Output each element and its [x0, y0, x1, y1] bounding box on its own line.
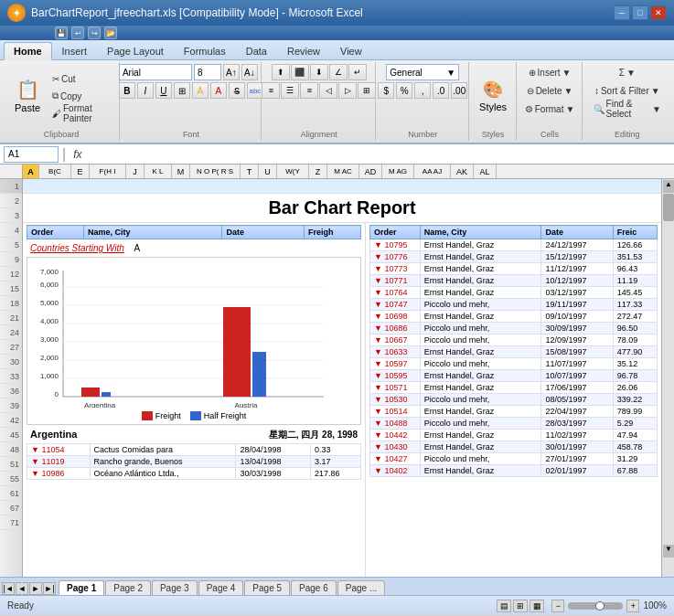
- col-header-aa[interactable]: AA AJ: [414, 165, 451, 178]
- font-name-input[interactable]: [119, 64, 192, 80]
- tab-view[interactable]: View: [330, 42, 372, 59]
- font-size-increase-button[interactable]: A↑: [223, 64, 240, 80]
- zoom-slider[interactable]: [568, 602, 623, 610]
- merge-button[interactable]: ⊞: [358, 82, 376, 99]
- tab-insert[interactable]: Insert: [52, 42, 98, 59]
- align-left-button[interactable]: ≡: [262, 82, 280, 99]
- col-header-e[interactable]: E: [71, 165, 90, 178]
- col-header-ag[interactable]: M AG: [382, 165, 414, 178]
- increase-indent-button[interactable]: ▷: [338, 82, 357, 99]
- delete-cells-button[interactable]: ⊖ Delete ▼: [523, 82, 577, 99]
- sheet-tab-page1[interactable]: Page 1: [59, 580, 104, 595]
- col-header-ad[interactable]: AD: [359, 165, 382, 178]
- col-header-m[interactable]: M: [172, 165, 190, 178]
- zoom-in-button[interactable]: +: [626, 600, 639, 612]
- format-cells-button[interactable]: ⚙ Format ▼: [521, 101, 579, 117]
- tab-review[interactable]: Review: [277, 42, 330, 59]
- cell-reference-box[interactable]: [4, 146, 59, 163]
- col-header-w[interactable]: W(Y: [277, 165, 309, 178]
- font-size-decrease-button[interactable]: A↓: [241, 64, 258, 80]
- percent-button[interactable]: %: [396, 82, 412, 99]
- zoom-out-button[interactable]: −: [551, 600, 564, 612]
- tab-home[interactable]: Home: [4, 42, 52, 60]
- scroll-up-button[interactable]: ▲: [663, 180, 674, 193]
- sheet-tab-page3[interactable]: Page 3: [152, 580, 198, 595]
- copy-button[interactable]: ⧉Copy: [48, 88, 113, 104]
- redo-quick-button[interactable]: ↪: [88, 27, 101, 39]
- col-header-t[interactable]: T: [241, 165, 259, 178]
- restore-button[interactable]: □: [632, 5, 648, 20]
- wrap-text-button[interactable]: ↵: [348, 64, 367, 80]
- fill-color-button[interactable]: A: [192, 82, 209, 99]
- tab-data[interactable]: Data: [236, 42, 277, 59]
- italic-button[interactable]: I: [137, 82, 154, 99]
- sheet-tab-page-more[interactable]: Page ...: [337, 580, 385, 595]
- sheet-nav-last[interactable]: ►|: [43, 582, 56, 595]
- col-header-ac[interactable]: M AC: [327, 165, 359, 178]
- col-header-k[interactable]: K L: [144, 165, 172, 178]
- abc-button[interactable]: abc: [247, 82, 263, 99]
- currency-button[interactable]: $: [378, 82, 394, 99]
- paste-button[interactable]: 📋 Paste: [9, 67, 46, 126]
- sheet-tab-page5[interactable]: Page 5: [244, 580, 290, 595]
- format-painter-button[interactable]: 🖌Format Painter: [48, 105, 113, 122]
- normal-view-button[interactable]: ▤: [497, 600, 511, 612]
- styles-button[interactable]: 🎨 Styles: [474, 67, 512, 126]
- formula-bar: | fx: [0, 144, 674, 165]
- sheet-nav-first[interactable]: |◄: [2, 582, 15, 595]
- sort-filter-button[interactable]: ↕ Sort & Filter ▼: [591, 82, 664, 99]
- save-quick-button[interactable]: 💾: [55, 27, 68, 39]
- sheet-nav-prev[interactable]: ◄: [16, 582, 28, 595]
- minimize-button[interactable]: ─: [614, 5, 630, 20]
- underline-button[interactable]: U: [155, 82, 172, 99]
- sheet-tab-page2[interactable]: Page 2: [105, 580, 151, 595]
- scroll-down-button[interactable]: ▼: [663, 545, 674, 558]
- col-header-z[interactable]: Z: [309, 165, 327, 178]
- sheet-tab-page4[interactable]: Page 4: [198, 580, 244, 595]
- col-header-ak[interactable]: AK: [451, 165, 474, 178]
- find-select-button[interactable]: 🔍 Find & Select ▼: [590, 101, 665, 117]
- col-header-a[interactable]: A: [23, 165, 39, 178]
- border-button[interactable]: ⊞: [174, 82, 190, 99]
- align-right-button[interactable]: ≡: [300, 82, 318, 99]
- col-header-f[interactable]: F(H I: [90, 165, 126, 178]
- increase-decimal-button[interactable]: .00: [451, 82, 467, 99]
- cut-button[interactable]: ✂Cut: [48, 70, 113, 87]
- text-angle-button[interactable]: ∠: [329, 64, 348, 80]
- col-header-n[interactable]: N O P( R S: [190, 165, 241, 178]
- decrease-decimal-button[interactable]: .0: [433, 82, 449, 99]
- open-quick-button[interactable]: 📂: [104, 27, 117, 39]
- zoom-thumb[interactable]: [595, 601, 604, 611]
- font-size-input[interactable]: [194, 64, 221, 80]
- tab-formulas[interactable]: Formulas: [174, 42, 236, 59]
- align-top-button[interactable]: ⬆: [272, 64, 290, 80]
- number-format-dropdown[interactable]: General ▼: [386, 64, 459, 80]
- col-header-b[interactable]: B(C: [39, 165, 71, 178]
- insert-cells-button[interactable]: ⊕ Insert ▼: [525, 64, 575, 80]
- align-center-button[interactable]: ☰: [281, 82, 299, 99]
- undo-quick-button[interactable]: ↩: [71, 27, 84, 39]
- col-header-al[interactable]: AL: [474, 165, 497, 178]
- scroll-thumb[interactable]: [663, 194, 674, 221]
- table-row: ▼ 10667Piccolo und mehr,12/09/199778.09: [370, 335, 658, 346]
- page-layout-view-button[interactable]: ⊞: [513, 600, 528, 612]
- page-break-view-button[interactable]: ▦: [530, 600, 544, 612]
- title-bar-controls[interactable]: ─ □ ✕: [614, 5, 667, 20]
- close-button[interactable]: ✕: [650, 5, 667, 20]
- comma-button[interactable]: ,: [414, 82, 431, 99]
- table-row: ▼ 10986 Océano Atlántico Ltda., 30/03/19…: [27, 468, 361, 480]
- vertical-scrollbar[interactable]: ▲ ▼: [661, 179, 674, 577]
- bold-button[interactable]: B: [119, 82, 135, 99]
- align-middle-button[interactable]: ⬛: [291, 64, 309, 80]
- sheet-tab-page6[interactable]: Page 6: [291, 580, 337, 595]
- align-bottom-button[interactable]: ⬇: [310, 64, 328, 80]
- formula-input[interactable]: [90, 146, 671, 163]
- col-header-j[interactable]: J: [126, 165, 144, 178]
- tab-page-layout[interactable]: Page Layout: [97, 42, 174, 59]
- sum-button[interactable]: Σ ▼: [615, 64, 639, 80]
- decrease-indent-button[interactable]: ◁: [319, 82, 337, 99]
- font-color-button[interactable]: A: [210, 82, 227, 99]
- strikethrough-button[interactable]: S̶: [229, 82, 245, 99]
- col-header-u[interactable]: U: [259, 165, 277, 178]
- sheet-nav-next[interactable]: ►: [29, 582, 42, 595]
